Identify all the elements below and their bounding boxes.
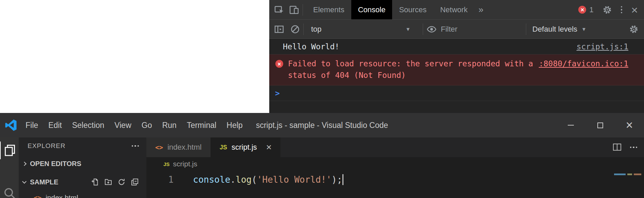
menu-help[interactable]: Help — [222, 113, 248, 137]
chevron-right-icon — [22, 162, 27, 166]
console-settings-gear-icon[interactable] — [629, 24, 639, 34]
breadcrumb[interactable]: JS script.js — [146, 157, 644, 171]
menu-view[interactable]: View — [109, 113, 136, 137]
menu-terminal[interactable]: Terminal — [182, 113, 222, 137]
activity-search-button[interactable] — [0, 184, 19, 198]
log-levels-dropdown[interactable]: Default levels ▼ — [530, 25, 589, 34]
devtools-panel: Elements Console Sources Network » 1 — [269, 0, 644, 113]
menu-selection[interactable]: Selection — [67, 113, 110, 137]
more-tabs-icon[interactable]: » — [474, 4, 487, 15]
log-source-link[interactable]: script.js:1 — [577, 42, 628, 51]
html-file-icon: <> — [155, 142, 163, 152]
vscode-titlebar: File Edit Selection View Go Run Terminal… — [0, 113, 644, 137]
code-editor[interactable]: 1 console.log('Hello World!'); — [146, 171, 644, 198]
files-icon — [3, 144, 16, 157]
tab-network[interactable]: Network — [433, 0, 474, 19]
menu-go[interactable]: Go — [136, 113, 157, 137]
tab-console[interactable]: Console — [351, 0, 392, 19]
activity-bar — [0, 137, 19, 198]
menu-file[interactable]: File — [20, 113, 43, 137]
more-actions-icon[interactable] — [132, 145, 139, 147]
browser-viewport — [0, 0, 269, 113]
explorer-sidebar: EXPLORER OPEN EDITORS SAMPLE — [19, 137, 146, 198]
menu-run[interactable]: Run — [157, 113, 181, 137]
console-output: Hello World! script.js:1 Failed to load … — [269, 39, 644, 113]
tab-label: index.html — [167, 143, 202, 152]
error-icon — [578, 6, 586, 14]
error-count: 1 — [589, 5, 593, 14]
split-editor-icon[interactable] — [612, 143, 622, 152]
settings-gear-icon[interactable] — [602, 5, 612, 15]
section-folder-label: SAMPLE — [30, 178, 58, 186]
chevron-down-icon: ▼ — [581, 26, 586, 32]
search-icon — [3, 186, 16, 198]
device-toolbar-icon[interactable] — [289, 5, 299, 15]
section-open-editors-label: OPEN EDITORS — [30, 160, 81, 168]
line-number[interactable]: 1 — [146, 175, 174, 185]
log-levels-label: Default levels — [532, 25, 577, 34]
refresh-icon[interactable] — [117, 178, 126, 186]
section-open-editors[interactable]: OPEN EDITORS — [19, 154, 146, 173]
editor-more-actions-icon[interactable] — [630, 147, 638, 148]
error-count-badge[interactable]: 1 — [578, 5, 593, 14]
editor-tab-index-html[interactable]: <> index.html — [146, 137, 211, 157]
file-item-index-html[interactable]: <> index.html — [19, 191, 146, 198]
minimap[interactable] — [614, 174, 641, 175]
devtools-close-icon[interactable] — [631, 4, 638, 16]
breadcrumb-file: script.js — [173, 160, 197, 168]
inspect-element-icon[interactable] — [274, 5, 284, 15]
js-file-icon: JS — [163, 161, 170, 167]
editor-tabbar: <> index.html JS script.js — [146, 137, 644, 157]
vscode-window: File Edit Selection View Go Run Terminal… — [0, 113, 644, 198]
window-title: script.js - sample - Visual Studio Code — [256, 121, 388, 130]
editor-group: <> index.html JS script.js — [146, 137, 644, 198]
chevron-down-icon: ▼ — [405, 26, 410, 32]
minimize-icon — [568, 125, 574, 126]
tab-elements[interactable]: Elements — [306, 0, 351, 19]
console-filter-input[interactable] — [441, 25, 522, 34]
code-token: . — [230, 175, 236, 185]
close-button[interactable] — [615, 113, 644, 137]
error-icon — [275, 60, 283, 68]
console-sidebar-icon[interactable] — [274, 24, 284, 34]
section-folder-sample[interactable]: SAMPLE — [19, 173, 146, 191]
separator — [526, 23, 526, 35]
html-file-icon: <> — [34, 193, 42, 198]
tab-close-icon[interactable] — [266, 143, 272, 152]
frame-context-label: top — [311, 25, 322, 34]
new-folder-icon[interactable] — [104, 178, 112, 186]
sidebar-header: EXPLORER — [19, 137, 146, 154]
file-item-label: index.html — [46, 193, 78, 198]
maximize-button[interactable] — [585, 113, 615, 137]
separator — [303, 4, 303, 16]
kebab-menu-icon[interactable] — [621, 6, 623, 14]
collapse-all-icon[interactable] — [131, 178, 139, 186]
sidebar-title: EXPLORER — [28, 142, 65, 150]
chevron-down-icon — [22, 179, 27, 184]
screen: Elements Console Sources Network » 1 — [0, 0, 644, 198]
code-token: 'Hello World!' — [257, 175, 332, 185]
console-log-row: Hello World! script.js:1 — [269, 39, 644, 54]
frame-context-selector[interactable]: top ▼ — [307, 20, 419, 38]
minimize-button[interactable] — [556, 113, 585, 137]
error-message-text: Failed to load resource: the server resp… — [288, 58, 539, 81]
code-line-1: 1 console.log('Hello World!'); — [146, 171, 644, 188]
tab-sources[interactable]: Sources — [392, 0, 433, 19]
code-token: log — [236, 175, 252, 185]
code-text: console.log('Hello World!'); — [193, 174, 343, 185]
editor-tab-script-js[interactable]: JS script.js — [211, 137, 280, 157]
console-toolbar: top ▼ Default levels ▼ — [269, 20, 644, 39]
vscode-logo-icon — [5, 119, 17, 131]
console-prompt[interactable]: > — [269, 85, 644, 101]
menu-edit[interactable]: Edit — [43, 113, 67, 137]
tab-label: script.js — [231, 143, 257, 152]
clear-console-icon[interactable] — [290, 24, 300, 34]
text-cursor — [342, 174, 343, 185]
error-source-link[interactable]: :8080/favicon.ico:1 — [539, 58, 628, 69]
code-token: console — [193, 175, 230, 185]
new-file-icon[interactable] — [91, 178, 99, 186]
live-expression-eye-icon[interactable] — [426, 24, 437, 34]
devtools-main-toolbar: Elements Console Sources Network » 1 — [269, 0, 644, 20]
activity-explorer-button[interactable] — [0, 142, 19, 159]
log-message-text: Hello World! — [283, 42, 339, 51]
